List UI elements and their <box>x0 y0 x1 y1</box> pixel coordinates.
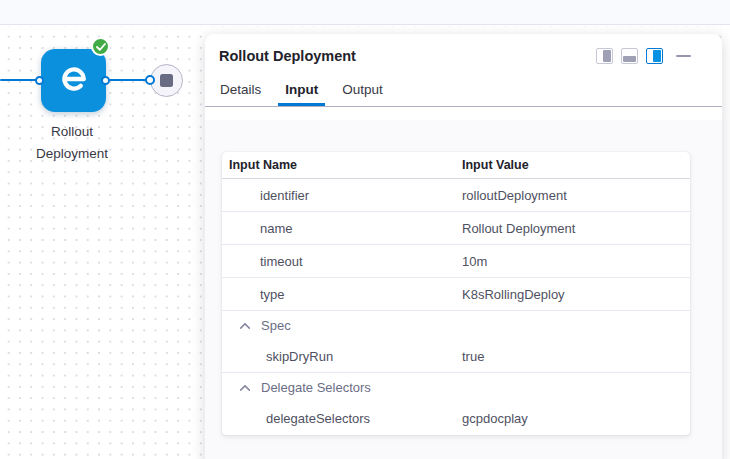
column-header-input-name: Input Name <box>229 158 462 172</box>
input-name: delegateSelectors <box>222 411 462 426</box>
minimize-button[interactable] <box>676 48 692 64</box>
step-node-rollout-deployment[interactable] <box>41 49 106 112</box>
input-name: name <box>222 221 462 236</box>
dock-right-active-icon[interactable] <box>646 48 663 64</box>
panel-tabs: Details Input Output <box>205 75 722 107</box>
step-success-check-icon <box>91 37 110 56</box>
chevron-up-icon <box>239 322 250 333</box>
column-header-input-value: Input Value <box>462 158 529 172</box>
input-value: gcpdocplay <box>462 411 528 426</box>
stop-square-icon <box>160 74 173 87</box>
harness-step-icon <box>58 63 90 99</box>
panel-view-controls <box>596 48 692 64</box>
step-details-panel: Rollout Deployment Details Input Output … <box>205 34 722 459</box>
minimize-dash-icon <box>676 55 691 58</box>
tab-output[interactable]: Output <box>335 75 390 106</box>
end-node-port[interactable] <box>145 75 155 85</box>
table-row: skipDryRun true <box>222 340 690 373</box>
dock-bottom-icon[interactable] <box>621 48 638 64</box>
input-name: skipDryRun <box>222 349 462 364</box>
input-name: timeout <box>222 254 462 269</box>
group-label: Spec <box>261 318 291 333</box>
group-row-delegate-selectors[interactable]: Delegate Selectors <box>222 373 690 402</box>
table-header-row: Input Name Input Value <box>222 152 690 179</box>
input-value: Rollout Deployment <box>462 221 575 236</box>
input-name: type <box>222 287 462 302</box>
input-value: rolloutDeployment <box>462 188 567 203</box>
step-node-label: Rollout Deployment <box>22 121 122 164</box>
group-row-spec[interactable]: Spec <box>222 311 690 340</box>
input-value: true <box>462 349 484 364</box>
input-name: identifier <box>222 188 462 203</box>
tab-input[interactable]: Input <box>278 75 325 106</box>
panel-body: Input Name Input Value identifier rollou… <box>205 120 722 459</box>
chevron-up-icon <box>239 384 250 395</box>
table-row: identifier rolloutDeployment <box>222 179 690 212</box>
pipeline-studio: Rollout Deployment Rollout Deployment De… <box>0 0 730 459</box>
table-row: timeout 10m <box>222 245 690 278</box>
group-label: Delegate Selectors <box>261 380 371 395</box>
edge-incoming <box>0 79 38 82</box>
table-row: delegateSelectors gcpdocplay <box>222 402 690 435</box>
input-value: K8sRollingDeploy <box>462 287 565 302</box>
dock-right-icon[interactable] <box>596 48 613 64</box>
node-port-left[interactable] <box>35 76 44 85</box>
tab-details[interactable]: Details <box>213 75 268 106</box>
panel-title: Rollout Deployment <box>219 48 356 64</box>
input-table: Input Name Input Value identifier rollou… <box>222 152 690 435</box>
canvas-top-strip <box>0 0 730 25</box>
table-row: type K8sRollingDeploy <box>222 278 690 311</box>
table-row: name Rollout Deployment <box>222 212 690 245</box>
input-value: 10m <box>462 254 487 269</box>
node-port-right[interactable] <box>101 76 110 85</box>
